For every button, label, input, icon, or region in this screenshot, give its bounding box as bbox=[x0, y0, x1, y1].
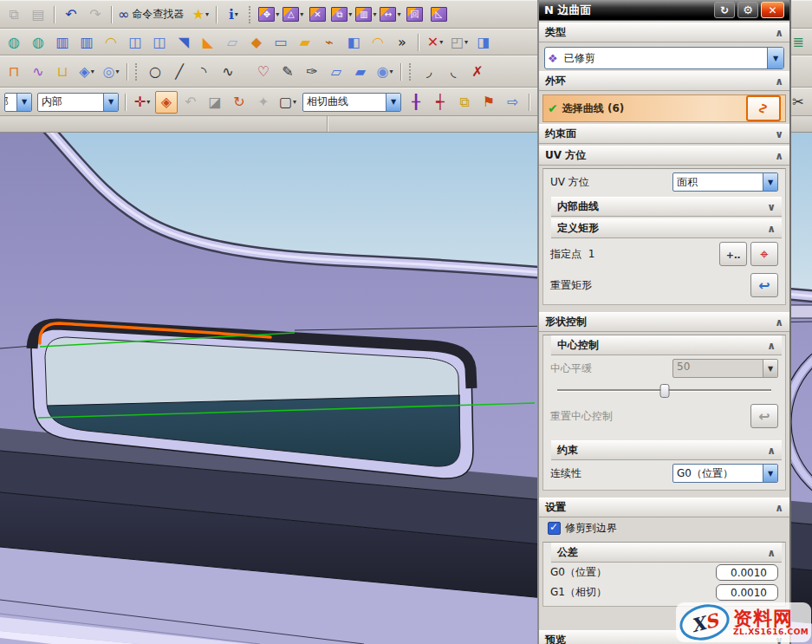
select-endpoint-icon[interactable]: ⚑ bbox=[477, 91, 500, 114]
section-constraint-faces[interactable]: 约束面 bbox=[539, 124, 789, 144]
pattern-face-icon[interactable]: ▥▾ bbox=[354, 3, 377, 26]
trim-sheet-icon[interactable]: ◥ bbox=[172, 31, 195, 54]
collapse-chevron-icon[interactable] bbox=[767, 340, 776, 352]
dropdown-arrow-icon[interactable] bbox=[386, 94, 400, 111]
selection-filter-dropdown-partial[interactable]: 部 bbox=[4, 93, 32, 112]
dropdown-arrow-icon[interactable]: ▾ bbox=[373, 10, 376, 18]
toolbar-overflow-icon[interactable]: » bbox=[391, 31, 413, 54]
sew-icon[interactable]: ▥ bbox=[51, 31, 74, 54]
dropdown-arrow-icon[interactable]: ▾ bbox=[300, 10, 303, 18]
spline-point-icon[interactable]: ✎ bbox=[276, 61, 299, 83]
selection-filter-icon[interactable]: ✛▾ bbox=[131, 91, 153, 114]
trim-body-icon[interactable]: ◫ bbox=[124, 31, 146, 54]
g1-tolerance-field[interactable]: 0.0010 bbox=[716, 584, 778, 601]
stop-short-icon[interactable]: ┽ bbox=[429, 91, 451, 114]
dialog-settings-button[interactable] bbox=[737, 2, 758, 18]
dropdown-arrow-icon[interactable]: ▾ bbox=[464, 38, 468, 46]
extract-geometry-icon[interactable]: ◆ bbox=[245, 31, 268, 54]
dropdown-arrow-icon[interactable]: ▾ bbox=[91, 68, 94, 75]
dropdown-arrow-icon[interactable]: ▾ bbox=[276, 10, 279, 18]
copy-icon[interactable]: ⧉ bbox=[3, 3, 25, 26]
dropdown-arrow-icon[interactable]: ▾ bbox=[293, 98, 296, 106]
section-shape-control[interactable]: 形状控制 bbox=[539, 312, 789, 332]
center-flat-spinner[interactable]: 50 bbox=[672, 359, 778, 378]
shell-icon[interactable]: ◰▾ bbox=[448, 31, 471, 54]
section-constraints[interactable]: 约束 bbox=[551, 440, 782, 460]
hand-icon[interactable]: ✦ bbox=[252, 91, 275, 114]
section-uv-orientation[interactable]: UV 方位 bbox=[539, 146, 789, 166]
point-dialog-button[interactable] bbox=[719, 242, 747, 266]
arc-icon[interactable]: ◝ bbox=[192, 61, 215, 83]
section-settings[interactable]: 设置 bbox=[539, 498, 789, 517]
unsew-sheet-icon[interactable]: ▥ bbox=[75, 31, 98, 54]
dropdown-arrow-icon[interactable]: ▾ bbox=[235, 10, 238, 18]
show-hide-icon[interactable]: ✕▾ bbox=[424, 31, 446, 54]
resize-face-icon[interactable]: ↔▾ bbox=[379, 3, 401, 26]
uv-orientation-dropdown[interactable]: 面积 bbox=[672, 172, 778, 192]
isoparametric-curve-icon[interactable]: ◉▾ bbox=[374, 61, 396, 83]
dropdown-arrow-icon[interactable] bbox=[16, 94, 31, 111]
proceed-icon[interactable]: ⇨ bbox=[502, 91, 524, 114]
expand-chevron-icon[interactable] bbox=[775, 128, 783, 140]
varied-sweep-icon[interactable]: ∿ bbox=[27, 61, 49, 83]
wrap-geometry-icon[interactable]: ◨ bbox=[472, 31, 495, 54]
pipe-icon[interactable]: ⊓ bbox=[3, 61, 25, 83]
select-curve-row[interactable]: 选择曲线 (6) bbox=[542, 94, 786, 122]
extension-icon[interactable]: ▰ bbox=[294, 31, 316, 54]
shell-face-icon[interactable]: ◺ bbox=[427, 3, 450, 26]
section-center-control[interactable]: 中心控制 bbox=[551, 335, 782, 355]
tube-cage-icon[interactable]: ⊔ bbox=[51, 61, 74, 83]
g0-tolerance-field[interactable]: 0.0010 bbox=[716, 564, 778, 581]
reset-rectangle-button[interactable] bbox=[750, 273, 778, 297]
dropdown-arrow-icon[interactable]: ▾ bbox=[389, 68, 393, 75]
marquee-select-icon[interactable]: ▢▾ bbox=[276, 91, 299, 114]
redo-icon[interactable]: ↷ bbox=[84, 3, 107, 26]
toolbar-grip[interactable] bbox=[249, 6, 253, 23]
center-flat-slider[interactable] bbox=[557, 383, 771, 397]
follow-chain-icon[interactable]: ⧉ bbox=[453, 91, 476, 114]
dropdown-arrow-icon[interactable]: ▾ bbox=[115, 68, 119, 75]
tube-icon[interactable]: ◎▾ bbox=[100, 61, 122, 83]
dropdown-arrow-icon[interactable] bbox=[767, 48, 783, 68]
dropdown-arrow-icon[interactable]: ▾ bbox=[348, 10, 352, 18]
dialog-titlebar[interactable]: N 边曲面 bbox=[539, 0, 789, 21]
paste-icon[interactable]: ▤ bbox=[27, 3, 49, 26]
studio-spline-icon[interactable]: ∿ bbox=[217, 61, 239, 83]
info-history-icon[interactable]: ℹ▾ bbox=[222, 3, 244, 26]
bounded-plane-icon[interactable]: ◠ bbox=[100, 31, 122, 54]
dialog-reset-button[interactable] bbox=[714, 2, 735, 18]
dropdown-arrow-icon[interactable] bbox=[763, 465, 777, 482]
section-outer-loop[interactable]: 外环 bbox=[539, 71, 789, 91]
offset-surface-icon[interactable]: ▱ bbox=[221, 31, 244, 54]
undo-selection-icon[interactable]: ↶ bbox=[179, 91, 202, 114]
toolbar-grip[interactable] bbox=[135, 63, 140, 81]
profile-icon[interactable]: ♡ bbox=[252, 61, 275, 83]
thicken-icon[interactable]: ◧ bbox=[342, 31, 365, 54]
collapse-chevron-icon[interactable] bbox=[767, 547, 776, 559]
continuity-dropdown[interactable]: G0（位置） bbox=[672, 464, 778, 483]
collapse-chevron-icon[interactable] bbox=[775, 502, 783, 514]
collapse-chevron-icon[interactable] bbox=[767, 223, 776, 235]
selection-scope-dropdown[interactable]: 内部 bbox=[37, 93, 119, 112]
project-curve-icon[interactable]: ▱ bbox=[325, 61, 348, 83]
type-dropdown[interactable]: 已修剪 bbox=[544, 47, 784, 69]
toolbar-grip[interactable] bbox=[409, 63, 413, 81]
copy-face-icon[interactable]: ⧉▾ bbox=[330, 3, 353, 26]
line-icon[interactable]: ╱ bbox=[168, 61, 191, 83]
enlarge-surface-icon[interactable]: ▭ bbox=[270, 31, 292, 54]
collapse-chevron-icon[interactable] bbox=[775, 316, 783, 329]
curve-select-button[interactable] bbox=[746, 95, 781, 121]
intersection-curve-icon[interactable]: ▰ bbox=[349, 61, 372, 83]
point-constructor-button[interactable] bbox=[750, 242, 778, 266]
dropdown-arrow-icon[interactable]: ▾ bbox=[205, 10, 209, 18]
rotate-point-icon[interactable]: ↻ bbox=[228, 91, 250, 114]
trim-to-boundary-checkbox[interactable] bbox=[548, 522, 561, 535]
n-sided-surface-icon[interactable]: ◈▾ bbox=[75, 61, 98, 83]
swoop-icon[interactable]: ◠ bbox=[367, 31, 389, 54]
command-finder-icon[interactable]: ∞命令查找器 bbox=[117, 3, 187, 26]
collapse-chevron-icon[interactable] bbox=[775, 150, 783, 162]
collapse-chevron-icon[interactable] bbox=[775, 75, 783, 88]
law-extension-icon[interactable]: ⌁ bbox=[318, 31, 341, 54]
delete-face-icon[interactable]: ✕ bbox=[306, 3, 328, 26]
divide-curve-icon[interactable]: ◟ bbox=[442, 61, 464, 83]
